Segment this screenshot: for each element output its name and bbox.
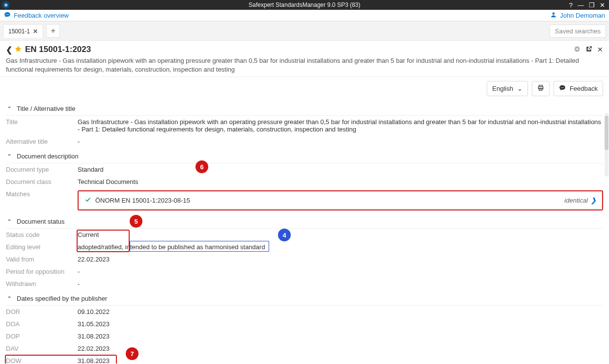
- row-doc-type: Document type Standard 6: [6, 163, 603, 176]
- app-logo: ✱: [2, 1, 10, 9]
- feedback-overview-link[interactable]: Feedback overview: [4, 11, 69, 20]
- maximize-icon[interactable]: ❐: [589, 1, 595, 9]
- user-name: John Demoman: [560, 12, 605, 19]
- label-dop: DOP: [6, 333, 78, 340]
- collapse-caret-icon[interactable]: ⌃: [6, 153, 13, 160]
- favorite-star-icon[interactable]: [14, 45, 22, 54]
- value-alt-title: -: [78, 138, 603, 145]
- svg-point-2: [8, 14, 9, 15]
- row-title: Title Gas Infrastructure - Gas installat…: [6, 116, 603, 135]
- annotation-blue-box-harmonised: [130, 241, 269, 252]
- row-dav: DAV 22.02.2023 7: [6, 342, 603, 355]
- chevron-down-icon: ⌄: [517, 85, 523, 92]
- label-doc-type: Document type: [6, 166, 78, 173]
- new-tab-button[interactable]: +: [46, 24, 60, 38]
- section-doc-description[interactable]: ⌃ Document description: [6, 148, 603, 163]
- value-dop: 31.08.2023: [78, 333, 603, 340]
- document-content: ⌃ Title / Alternative title Title Gas In…: [0, 100, 609, 364]
- row-alt-title: Alternative title -: [6, 135, 603, 148]
- tab-close-icon[interactable]: ✕: [33, 28, 38, 35]
- value-dow: 31.08.2023: [78, 357, 603, 364]
- row-matches: Matches ÖNORM EN 15001-1:2023-08-15 iden…: [6, 188, 603, 213]
- user-icon: [550, 11, 557, 20]
- section-dates-publisher[interactable]: ⌃ Dates specified by the publisher: [6, 290, 603, 306]
- language-label: English: [492, 85, 513, 92]
- row-opposition: Period for opposition -: [6, 265, 603, 278]
- svg-point-0: [6, 14, 7, 15]
- chat-icon: [4, 11, 11, 20]
- document-toolbar: English ⌄ Feedback: [0, 77, 609, 100]
- saved-searches-button[interactable]: Saved searches: [550, 25, 606, 38]
- row-doa: DOA 31.05.2023: [6, 318, 603, 330]
- feedback-button[interactable]: Feedback: [554, 81, 603, 96]
- row-dor: DOR 09.10.2022: [6, 306, 603, 318]
- value-dor: 09.10.2022: [78, 308, 603, 315]
- annotation-red-box-status: [77, 230, 130, 252]
- value-doc-type: Standard: [78, 166, 603, 173]
- label-dor: DOR: [6, 308, 78, 315]
- value-dav: 22.02.2023: [78, 345, 603, 352]
- match-relation: identical: [564, 197, 588, 204]
- user-menu[interactable]: John Demoman: [550, 11, 605, 20]
- svg-point-7: [561, 87, 561, 88]
- document-header: ❮ EN 15001-1:2023 ✕ Gas Infrastructure -…: [0, 41, 609, 77]
- tab-label: 15001-1: [8, 28, 30, 35]
- match-item[interactable]: ÖNORM EN 15001-1:2023-08-15 identical ❯: [79, 192, 602, 209]
- label-doc-class: Document class: [6, 178, 78, 185]
- status-area: 4 Status code Current Editing level adop…: [6, 229, 603, 290]
- annotation-5: 5: [130, 215, 142, 228]
- collapse-caret-icon[interactable]: ⌃: [6, 295, 13, 302]
- document-code: EN 15001-1:2023: [25, 45, 91, 54]
- label-doa: DOA: [6, 320, 78, 328]
- scrollbar-thumb[interactable]: [605, 116, 609, 150]
- scrollbar[interactable]: [605, 113, 609, 177]
- value-doa: 31.05.2023: [78, 320, 603, 328]
- label-status-code: Status code: [6, 231, 78, 238]
- value-doc-class: Technical Documents: [78, 178, 603, 185]
- label-withdrawn: Withdrawn: [6, 280, 78, 287]
- tab-15001-1[interactable]: 15001-1 ✕: [3, 24, 43, 38]
- tabbar: 15001-1 ✕ + Saved searches: [0, 21, 609, 41]
- value-title: Gas Infrastructure - Gas installation pi…: [78, 118, 603, 133]
- section-label: Document status: [17, 218, 65, 225]
- match-label: ÖNORM EN 15001-1:2023-08-15: [95, 197, 190, 204]
- window-title: Safexpert StandardsManager 9.0 SP3 (83): [249, 1, 360, 8]
- feedback-label: Feedback: [570, 85, 598, 92]
- svg-point-8: [562, 87, 562, 88]
- svg-point-3: [553, 12, 555, 15]
- label-editing-level: Editing level: [6, 243, 78, 251]
- close-panel-icon[interactable]: ✕: [597, 46, 603, 54]
- window-titlebar: ✱ Safexpert StandardsManager 9.0 SP3 (83…: [0, 0, 609, 10]
- value-opposition: -: [78, 268, 603, 275]
- svg-point-9: [563, 87, 564, 88]
- close-icon[interactable]: ✕: [600, 1, 605, 9]
- row-valid-from: Valid from 22.02.2023: [6, 253, 603, 265]
- section-label: Document description: [17, 153, 79, 160]
- collapse-icon[interactable]: [574, 46, 581, 54]
- row-withdrawn: Withdrawn -: [6, 278, 603, 290]
- section-label: Dates specified by the publisher: [17, 295, 107, 302]
- collapse-caret-icon[interactable]: ⌃: [6, 105, 13, 112]
- row-doc-class: Document class Technical Documents: [6, 176, 603, 188]
- row-dop: DOP 31.08.2023: [6, 330, 603, 342]
- label-opposition: Period for opposition: [6, 268, 78, 275]
- document-description: Gas Infrastructure - Gas installation pi…: [6, 56, 595, 74]
- open-external-icon[interactable]: [585, 46, 592, 54]
- printer-icon: [537, 84, 544, 93]
- app-topbar: Feedback overview John Demoman: [0, 10, 609, 21]
- label-alt-title: Alternative title: [6, 138, 78, 145]
- annotation-red-box-dow: [5, 355, 117, 364]
- language-selector[interactable]: English ⌄: [487, 81, 528, 96]
- section-title-alt[interactable]: ⌃ Title / Alternative title: [6, 100, 603, 116]
- checkmark-icon: [84, 196, 91, 205]
- label-dav: DAV: [6, 345, 78, 352]
- label-valid-from: Valid from: [6, 256, 78, 263]
- minimize-icon[interactable]: —: [578, 1, 584, 9]
- collapse-caret-icon[interactable]: ⌃: [6, 218, 13, 225]
- back-button[interactable]: ❮: [6, 45, 12, 54]
- print-button[interactable]: [532, 81, 550, 96]
- section-doc-status[interactable]: ⌃ Document status 5: [6, 213, 603, 229]
- chevron-right-icon: ❯: [591, 197, 596, 204]
- help-icon[interactable]: ?: [569, 1, 573, 9]
- value-status-code: Current: [78, 231, 603, 238]
